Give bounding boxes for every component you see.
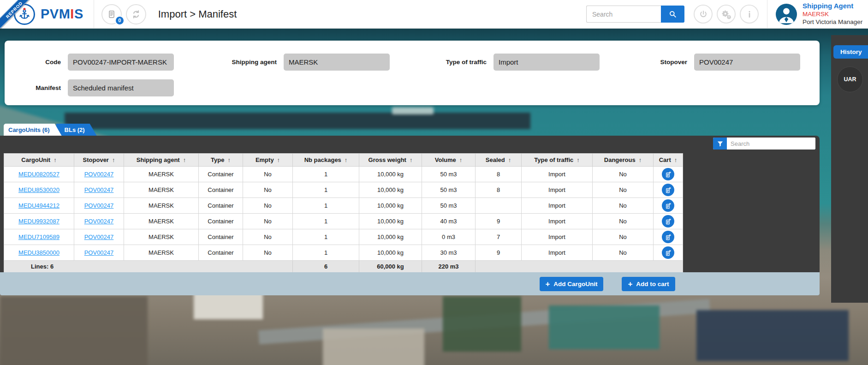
cell-type: Container — [199, 245, 243, 261]
user-menu[interactable]: Shipping Agent MAERSK Port Victoria Mana… — [776, 2, 868, 26]
right-side-panel: History UAR — [831, 35, 868, 303]
settings-gears-icon — [721, 9, 731, 19]
pvmis-logo[interactable]: PVMIS — [14, 4, 83, 25]
filter-button[interactable] — [713, 138, 727, 150]
refresh-button[interactable] — [126, 4, 146, 24]
add-cargounit-button[interactable]: + Add CargoUnit — [540, 277, 603, 291]
app-header: REPROD PVMIS 0 Import > Manifest — [0, 0, 868, 29]
cell-empty: No — [243, 229, 293, 245]
table-row: MEDU8530020POV00247MAERSKContainerNo110,… — [4, 182, 683, 198]
column-header-cargounit[interactable]: CargoUnit↑ — [4, 154, 74, 167]
search-icon — [668, 10, 677, 18]
cell-type_of_traffic: Import — [522, 214, 593, 229]
column-header-sealed[interactable]: Sealed↑ — [476, 154, 522, 167]
volume-total: 220 m3 — [422, 261, 476, 273]
cell-stopover: POV00247 — [74, 198, 124, 214]
tab-cargounits[interactable]: CargoUnits (6) — [4, 124, 62, 136]
cargo_unit-link[interactable]: MEDU7109589 — [18, 233, 59, 240]
cell-type_of_traffic: Import — [522, 182, 593, 198]
cell-volume: 50 m3 — [422, 167, 476, 182]
cell-cart — [654, 214, 683, 229]
stopover-link[interactable]: POV00247 — [84, 233, 114, 240]
add-to-cart-icon — [665, 186, 672, 194]
global-search-button[interactable] — [661, 6, 684, 23]
documents-button[interactable]: 0 — [101, 4, 122, 24]
column-header-stopover[interactable]: Stopover↑ — [74, 154, 124, 167]
add-to-cart-button[interactable]: + Add to cart — [622, 277, 675, 291]
column-header-shipping-agent[interactable]: Shipping agent↑ — [124, 154, 199, 167]
column-header-empty[interactable]: Empty↑ — [243, 154, 293, 167]
column-header-type-of-traffic[interactable]: Type of traffic↑ — [522, 154, 593, 167]
tab-bls[interactable]: BLs (2) — [56, 124, 97, 136]
sort-ascending-arrow: ↑ — [577, 156, 580, 163]
row-add-to-cart-button[interactable] — [662, 215, 674, 227]
sort-ascending-arrow: ↑ — [639, 156, 642, 163]
cell-dangerous: No — [593, 245, 654, 261]
row-add-to-cart-button[interactable] — [662, 184, 674, 196]
cargo_unit-link[interactable]: MEDU8530020 — [18, 186, 59, 193]
manifest-input — [68, 79, 174, 96]
cell-stopover: POV00247 — [74, 182, 124, 198]
cell-gross_weight: 10,000 kg — [359, 198, 422, 214]
table-filter-input[interactable] — [727, 138, 815, 150]
sort-ascending-arrow: ↑ — [227, 156, 231, 163]
cell-stopover: POV00247 — [74, 167, 124, 182]
add-to-cart-icon — [665, 233, 672, 241]
cell-sealed: 8 — [476, 167, 522, 182]
global-search-input[interactable] — [586, 6, 661, 23]
column-header-cart[interactable]: Cart↑ — [654, 154, 683, 167]
cell-type_of_traffic: Import — [522, 229, 593, 245]
column-header-type[interactable]: Type↑ — [199, 154, 243, 167]
user-role: Shipping Agent — [803, 2, 868, 11]
add-to-cart-icon — [665, 202, 672, 209]
history-button[interactable]: History — [833, 45, 868, 59]
field-shipping-agent: Shipping agent — [214, 54, 390, 71]
cell-shipping_agent: MAERSK — [124, 229, 199, 245]
cell-nb_packages: 1 — [293, 182, 359, 198]
column-header-gross-weight[interactable]: Gross weight↑ — [359, 154, 422, 167]
cargo_unit-link[interactable]: MEDU0820527 — [18, 171, 59, 178]
refresh-icon — [131, 9, 141, 19]
filter-funnel-icon — [717, 140, 724, 147]
add-to-cart-icon — [665, 218, 672, 225]
grid-tabs: CargoUnits (6) BLs (2) — [4, 124, 97, 136]
cell-volume: 30 m3 — [422, 245, 476, 261]
table-row: MEDU0820527POV00247MAERSKContainerNo110,… — [4, 167, 683, 182]
cell-cargo_unit: MEDU4944212 — [4, 198, 74, 214]
stopover-link[interactable]: POV00247 — [84, 202, 114, 209]
column-header-nb-packages[interactable]: Nb packages↑ — [293, 154, 359, 167]
cell-nb_packages: 1 — [293, 245, 359, 261]
cargo_unit-link[interactable]: MEDU9932087 — [18, 218, 59, 225]
cell-volume: 50 m3 — [422, 182, 476, 198]
row-add-to-cart-button[interactable] — [662, 246, 674, 259]
stopover-link[interactable]: POV00247 — [84, 218, 114, 225]
cell-dangerous: No — [593, 182, 654, 198]
row-add-to-cart-button[interactable] — [662, 199, 674, 212]
cargo_unit-link[interactable]: MEDU4944212 — [18, 202, 59, 209]
cell-volume: 40 m3 — [422, 214, 476, 229]
stopover-link[interactable]: POV00247 — [84, 186, 114, 193]
column-header-volume[interactable]: Volume↑ — [422, 154, 476, 167]
cargo_unit-link[interactable]: MEDU3850000 — [18, 249, 59, 256]
cell-shipping_agent: MAERSK — [124, 167, 199, 182]
nb-packages-total: 6 — [293, 261, 359, 273]
table-row: MEDU4944212POV00247MAERSKContainerNo110,… — [4, 198, 683, 214]
field-code: Code — [9, 54, 174, 71]
row-add-to-cart-button[interactable] — [662, 231, 674, 243]
lines-total: Lines: 6 — [4, 261, 293, 273]
cell-type: Container — [199, 214, 243, 229]
sort-ascending-arrow: ↑ — [508, 156, 511, 163]
row-add-to-cart-button[interactable] — [662, 168, 674, 180]
stopover-link[interactable]: POV00247 — [84, 171, 114, 178]
uar-badge[interactable]: UAR — [837, 66, 863, 92]
sort-ascending-arrow: ↑ — [459, 156, 463, 163]
logout-power-button[interactable] — [694, 5, 713, 24]
column-header-dangerous[interactable]: Dangerous↑ — [593, 154, 654, 167]
documents-icon — [107, 10, 116, 19]
settings-button[interactable] — [717, 5, 736, 24]
shipping-agent-label: Shipping agent — [214, 59, 277, 66]
table-body: MEDU0820527POV00247MAERSKContainerNo110,… — [4, 167, 683, 261]
stopover-link[interactable]: POV00247 — [84, 249, 114, 256]
cell-type: Container — [199, 198, 243, 214]
info-button[interactable] — [740, 5, 759, 24]
